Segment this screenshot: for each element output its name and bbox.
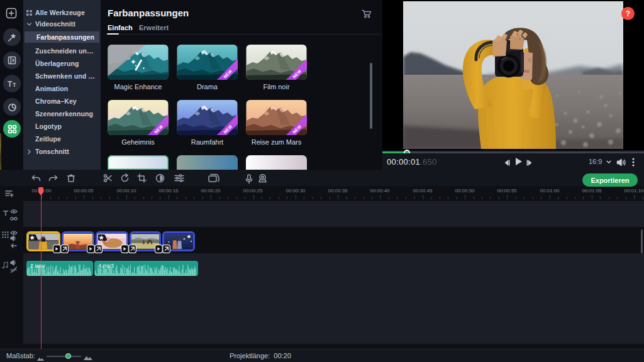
svg-text:T: T — [13, 82, 16, 88]
svg-text:T: T — [8, 80, 13, 88]
